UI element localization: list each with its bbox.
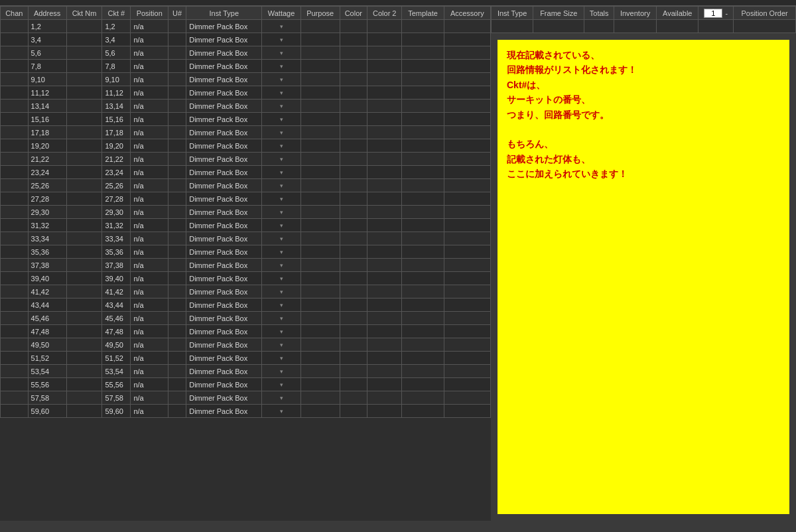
table-cell bbox=[168, 46, 186, 60]
table-cell bbox=[66, 365, 102, 378]
table-cell[interactable]: ▾ bbox=[262, 338, 300, 352]
table-cell[interactable]: ▾ bbox=[262, 405, 300, 418]
table-row[interactable]: 45,4645,46n/aDimmer Pack Box▾ bbox=[1, 312, 491, 325]
table-cell[interactable]: ▾ bbox=[262, 113, 300, 126]
table-row[interactable]: 19,2019,20n/aDimmer Pack Box▾ bbox=[1, 139, 491, 153]
table-cell[interactable]: ▾ bbox=[262, 312, 300, 325]
table-row[interactable]: 17,1817,18n/aDimmer Pack Box▾ bbox=[1, 126, 491, 139]
table-cell bbox=[367, 192, 402, 206]
table-row[interactable]: 41,4241,42n/aDimmer Pack Box▾ bbox=[1, 285, 491, 299]
table-cell[interactable]: ▾ bbox=[262, 86, 300, 100]
table-row[interactable]: 21,2221,22n/aDimmer Pack Box▾ bbox=[1, 153, 491, 166]
table-cell[interactable]: ▾ bbox=[262, 100, 300, 113]
table-row[interactable]: 59,6059,60n/aDimmer Pack Box▾ bbox=[1, 405, 491, 418]
table-row[interactable]: 53,5453,54n/aDimmer Pack Box▾ bbox=[1, 365, 491, 378]
table-row[interactable]: 31,3231,32n/aDimmer Pack Box▾ bbox=[1, 219, 491, 232]
table-cell[interactable]: ▾ bbox=[262, 73, 300, 86]
table-cell bbox=[367, 60, 402, 73]
table-cell[interactable]: ▾ bbox=[262, 272, 300, 285]
table-cell bbox=[66, 245, 102, 259]
right-col-frame-size[interactable]: Frame Size bbox=[533, 7, 584, 20]
table-row[interactable]: 39,4039,40n/aDimmer Pack Box▾ bbox=[1, 272, 491, 285]
table-row[interactable]: 37,3837,38n/aDimmer Pack Box▾ bbox=[1, 259, 491, 272]
table-row[interactable]: 3,43,4n/aDimmer Pack Box▾ bbox=[1, 33, 491, 46]
table-row[interactable]: 43,4443,44n/aDimmer Pack Box▾ bbox=[1, 299, 491, 312]
table-row[interactable]: 9,109,10n/aDimmer Pack Box▾ bbox=[1, 73, 491, 86]
table-cell[interactable]: ▾ bbox=[262, 285, 300, 299]
table-cell[interactable]: ▾ bbox=[262, 33, 300, 46]
table-cell[interactable]: ▾ bbox=[262, 139, 300, 153]
table-row[interactable]: 57,5857,58n/aDimmer Pack Box▾ bbox=[1, 391, 491, 405]
col-purpose[interactable]: Purpose bbox=[300, 7, 340, 20]
table-cell: n/a bbox=[131, 153, 168, 166]
right-col-inst-type[interactable]: Inst Type bbox=[492, 7, 533, 20]
col-ckt-nm[interactable]: Ckt Nm bbox=[66, 7, 102, 20]
table-row[interactable]: 27,2827,28n/aDimmer Pack Box▾ bbox=[1, 192, 491, 206]
right-col-position-order[interactable]: Position Order bbox=[734, 7, 796, 20]
table-cell bbox=[444, 365, 490, 378]
table-cell[interactable]: ▾ bbox=[262, 20, 300, 33]
table-cell[interactable]: ▾ bbox=[262, 153, 300, 166]
table-cell bbox=[1, 139, 29, 153]
col-u[interactable]: U# bbox=[168, 7, 186, 20]
right-col-available[interactable]: Available bbox=[657, 7, 698, 20]
col-chan[interactable]: Chan bbox=[1, 7, 29, 20]
table-row[interactable]: 51,5251,52n/aDimmer Pack Box▾ bbox=[1, 352, 491, 365]
table-row[interactable]: 23,2423,24n/aDimmer Pack Box▾ bbox=[1, 166, 491, 179]
table-cell[interactable]: ▾ bbox=[262, 219, 300, 232]
table-cell[interactable]: ▾ bbox=[262, 325, 300, 338]
table-row[interactable]: 25,2625,26n/aDimmer Pack Box▾ bbox=[1, 179, 491, 192]
table-cell bbox=[444, 352, 490, 365]
right-content: Inst Type Frame Size Totals Inventory Av… bbox=[491, 6, 796, 521]
col-color[interactable]: Color bbox=[340, 7, 367, 20]
table-cell[interactable]: ▾ bbox=[262, 60, 300, 73]
col-ckt-num[interactable]: Ckt # bbox=[102, 7, 131, 20]
col-wattage[interactable]: Wattage bbox=[262, 7, 300, 20]
table-row[interactable]: 49,5049,50n/aDimmer Pack Box▾ bbox=[1, 338, 491, 352]
col-position[interactable]: Position bbox=[131, 7, 168, 20]
table-cell[interactable]: ▾ bbox=[262, 299, 300, 312]
table-cell bbox=[367, 405, 402, 418]
table-cell[interactable]: ▾ bbox=[262, 232, 300, 245]
table-cell: Dimmer Pack Box bbox=[186, 153, 262, 166]
right-cell-pos-order bbox=[734, 20, 796, 33]
table-row[interactable]: 29,3029,30n/aDimmer Pack Box▾ bbox=[1, 206, 491, 219]
table-row[interactable]: 5,65,6n/aDimmer Pack Box▾ bbox=[1, 46, 491, 60]
right-col-inventory[interactable]: Inventory bbox=[614, 7, 656, 20]
table-row[interactable]: 1,21,2n/aDimmer Pack Box▾ bbox=[1, 20, 491, 33]
table-cell[interactable]: ▾ bbox=[262, 166, 300, 179]
table-cell bbox=[300, 20, 340, 33]
table-cell[interactable]: ▾ bbox=[262, 352, 300, 365]
table-cell bbox=[340, 33, 367, 46]
table-cell bbox=[66, 179, 102, 192]
table-row[interactable]: 33,3433,34n/aDimmer Pack Box▾ bbox=[1, 232, 491, 245]
table-cell[interactable]: ▾ bbox=[262, 378, 300, 391]
table-cell[interactable]: ▾ bbox=[262, 46, 300, 60]
table-cell[interactable]: ▾ bbox=[262, 245, 300, 259]
table-row[interactable]: 13,1413,14n/aDimmer Pack Box▾ bbox=[1, 100, 491, 113]
table-cell[interactable]: ▾ bbox=[262, 391, 300, 405]
right-col-totals[interactable]: Totals bbox=[584, 7, 614, 20]
table-row[interactable]: 11,1211,12n/aDimmer Pack Box▾ bbox=[1, 86, 491, 100]
table-cell[interactable]: ▾ bbox=[262, 126, 300, 139]
table-row[interactable]: 47,4847,48n/aDimmer Pack Box▾ bbox=[1, 325, 491, 338]
table-row[interactable]: 7,87,8n/aDimmer Pack Box▾ bbox=[1, 60, 491, 73]
table-cell[interactable]: ▾ bbox=[262, 192, 300, 206]
table-cell[interactable]: ▾ bbox=[262, 179, 300, 192]
table-cell[interactable]: ▾ bbox=[262, 365, 300, 378]
table-row[interactable]: 15,1615,16n/aDimmer Pack Box▾ bbox=[1, 113, 491, 126]
table-cell: Dimmer Pack Box bbox=[186, 113, 262, 126]
col-accessory[interactable]: Accessory bbox=[444, 7, 490, 20]
table-row[interactable]: 55,5655,56n/aDimmer Pack Box▾ bbox=[1, 378, 491, 391]
col-color2[interactable]: Color 2 bbox=[367, 7, 402, 20]
col-inst-type[interactable]: Inst Type bbox=[186, 7, 262, 20]
table-cell bbox=[1, 232, 29, 245]
left-panel[interactable]: Chan Address Ckt Nm Ckt # Position U# In… bbox=[0, 6, 491, 521]
col-address[interactable]: Address bbox=[28, 7, 66, 20]
table-cell bbox=[402, 285, 444, 299]
col-template[interactable]: Template bbox=[402, 7, 444, 20]
table-cell[interactable]: ▾ bbox=[262, 259, 300, 272]
table-row[interactable]: 35,3635,36n/aDimmer Pack Box▾ bbox=[1, 245, 491, 259]
position-order-input[interactable] bbox=[704, 9, 722, 18]
table-cell[interactable]: ▾ bbox=[262, 206, 300, 219]
